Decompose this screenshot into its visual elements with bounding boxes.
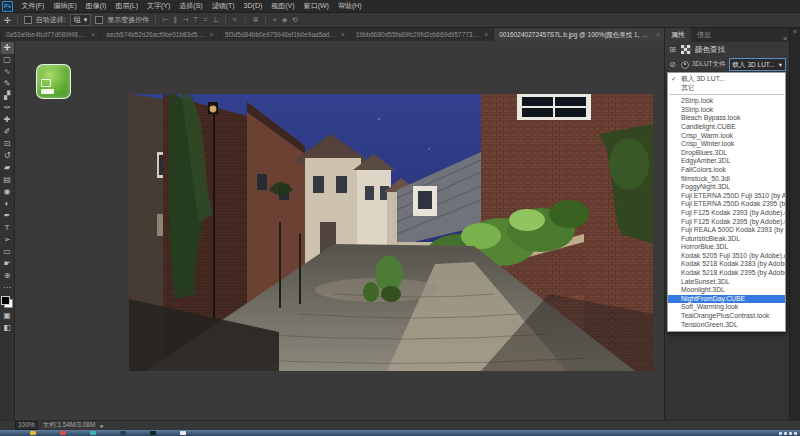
menu-filter[interactable]: 滤镜(T) xyxy=(207,0,239,12)
menu-layer[interactable]: 图层(L) xyxy=(111,0,143,12)
clip-to-layer-icon[interactable]: ⊞ xyxy=(669,45,676,54)
lut-item-selected[interactable]: NightFromDay.CUBE xyxy=(668,295,785,304)
lut-item[interactable]: EdgyAmber.3DL xyxy=(668,157,785,166)
menu-help[interactable]: 帮助(H) xyxy=(333,0,366,12)
canvas-area[interactable] xyxy=(15,41,665,421)
lut-item[interactable]: Bleach Bypass.look xyxy=(668,114,785,123)
taskbar-app-icon[interactable] xyxy=(30,431,36,435)
lut-item[interactable]: Fuji ETERNA 250D Kodak 2395 (by Adobe).c… xyxy=(668,200,785,209)
tool-eraser[interactable]: ▰ xyxy=(1,162,14,174)
taskbar-app-icon[interactable] xyxy=(180,431,186,435)
menu-view[interactable]: 视图(V) xyxy=(267,0,299,12)
menu-file[interactable]: 文件(F) xyxy=(17,0,49,12)
lut-item[interactable]: DropBlues.3DL xyxy=(668,149,785,158)
align-right-icon[interactable]: ⊣ xyxy=(182,16,188,24)
lut-item[interactable]: Moonlight.3DL xyxy=(668,286,785,295)
windows-taskbar[interactable] xyxy=(0,430,800,436)
taskbar-app-icon[interactable] xyxy=(120,431,126,435)
lut-type-radio[interactable] xyxy=(681,61,689,69)
align-top-icon[interactable]: ⊤ xyxy=(192,16,198,24)
tool-rectangular-marquee[interactable]: ▢ xyxy=(1,54,14,66)
distribute-right-icon[interactable]: ≣ xyxy=(253,16,259,24)
document-image-street-alley[interactable] xyxy=(129,94,653,371)
align-left-icon[interactable]: ⊢ xyxy=(162,16,168,24)
system-tray[interactable] xyxy=(779,432,797,435)
taskbar-app-icon[interactable] xyxy=(150,431,156,435)
tool-move[interactable]: ✢ xyxy=(1,42,14,54)
tool-spot-healing[interactable]: ✚ xyxy=(1,114,14,126)
menu-item-other[interactable]: 其它 xyxy=(668,84,785,93)
tool-gradient[interactable]: ▤ xyxy=(1,174,14,186)
distribute-left-icon[interactable]: ≡ xyxy=(232,16,238,24)
taskbar-app-icon[interactable] xyxy=(60,431,66,435)
auto-select-dropdown[interactable]: 组 ▾ xyxy=(70,14,92,26)
lut-item[interactable]: Fuji ETERNA 250D Fuji 3510 (by Adobe).cu… xyxy=(668,192,785,201)
lut-item[interactable]: HorrorBlue.3DL xyxy=(668,243,785,252)
document-tab-2[interactable]: aecb574b52d26acf9be01b83d5ebb6f.jpg × xyxy=(101,28,219,41)
document-tab-3[interactable]: 5f3d5d84bb0e975946ef1b0e9aa5ad15acc.jpg … xyxy=(220,28,350,41)
menu-window[interactable]: 窗口(W) xyxy=(299,0,333,12)
menu-select[interactable]: 选择(S) xyxy=(175,0,207,12)
tool-rectangle[interactable]: ▭ xyxy=(1,246,14,258)
tab-info[interactable]: 信息 xyxy=(691,28,717,42)
lut-item[interactable]: Candlelight.CUBE xyxy=(668,123,785,132)
lut-item[interactable]: 2Strip.look xyxy=(668,97,785,106)
edit-toolbar-icon[interactable]: ⋯ xyxy=(1,282,14,294)
tool-blur[interactable]: ◉ xyxy=(1,186,14,198)
visibility-toggle-icon[interactable]: ⊘ xyxy=(669,60,676,69)
lut-item[interactable]: Kodak 5205 Fuji 3510 (by Adobe).cube xyxy=(668,252,785,261)
tool-quick-selection[interactable]: ✎ xyxy=(1,78,14,90)
close-icon[interactable]: × xyxy=(484,28,488,41)
close-icon[interactable]: × xyxy=(210,28,214,41)
3d-pan-icon[interactable]: ⟲ xyxy=(292,16,298,24)
lut-item[interactable]: Crisp_Winter.look xyxy=(668,140,785,149)
menu-image[interactable]: 图像(I) xyxy=(81,0,111,12)
foreground-color-swatch[interactable] xyxy=(1,296,10,305)
tool-type[interactable]: T xyxy=(1,222,14,234)
menu-item-load-3dlut[interactable]: ✓ 载入 3D LUT... xyxy=(668,75,785,84)
3d-orbit-icon[interactable]: ⌖ xyxy=(272,16,278,24)
tool-history-brush[interactable]: ↺ xyxy=(1,150,14,162)
distribute-center-icon[interactable]: ⋮ xyxy=(242,16,249,24)
lut-item[interactable]: Fuji REALA 500D Kodak 2393 (by Adobe).cu… xyxy=(668,226,785,235)
tool-clone-stamp[interactable]: ⊡ xyxy=(1,138,14,150)
lut-item[interactable]: Kodak 5218 Kodak 2395 (by Adobe).cube xyxy=(668,269,785,278)
screen-mode-icon[interactable]: ◧ xyxy=(1,322,14,334)
collapse-panels-icon[interactable]: « xyxy=(793,28,797,35)
tab-properties[interactable]: 属性 xyxy=(665,28,691,42)
close-icon[interactable]: × xyxy=(341,28,345,41)
lut-item[interactable]: FuturisticBleak.3DL xyxy=(668,235,785,244)
lut-item[interactable]: Soft_Warming.look xyxy=(668,303,785,312)
lut-item[interactable]: TensionGreen.3DL xyxy=(668,321,785,330)
taskbar-app-icon[interactable] xyxy=(90,431,96,435)
lut-item[interactable]: filmstock_50.3dl xyxy=(668,175,785,184)
color-swatches[interactable] xyxy=(1,296,13,308)
lut-item[interactable]: LateSunset.3DL xyxy=(668,278,785,287)
tool-path-selection[interactable]: ➢ xyxy=(1,234,14,246)
tool-crop[interactable]: ▞ xyxy=(1,90,14,102)
lut-item[interactable]: Fuji F125 Kodak 2393 (by Adobe).cube xyxy=(668,209,785,218)
quick-mask-icon[interactable]: ▣ xyxy=(1,310,14,322)
lut-item[interactable]: FallColors.look xyxy=(668,166,785,175)
align-center-h-icon[interactable]: ∥ xyxy=(172,16,178,24)
align-center-v-icon[interactable]: = xyxy=(203,16,209,24)
close-icon[interactable]: × xyxy=(91,28,95,41)
tool-pen[interactable]: ✒ xyxy=(1,210,14,222)
close-icon[interactable]: × xyxy=(656,28,660,41)
tool-lasso[interactable]: ∿ xyxy=(1,66,14,78)
lut-item[interactable]: Crisp_Warm.look xyxy=(668,132,785,141)
menu-3d[interactable]: 3D(D) xyxy=(239,0,267,12)
status-expander-icon[interactable]: ▸ xyxy=(100,422,103,430)
auto-select-checkbox[interactable] xyxy=(24,16,32,24)
tool-brush[interactable]: ✐ xyxy=(1,126,14,138)
3d-roll-icon[interactable]: ◈ xyxy=(282,16,288,24)
lut-item[interactable]: TealOrangePlusContrast.look xyxy=(668,312,785,321)
tool-dodge[interactable]: ◐ xyxy=(1,198,14,210)
menu-edit[interactable]: 编辑(E) xyxy=(49,0,81,12)
lut-item[interactable]: Kodak 5218 Kodak 2383 (by Adobe).cube xyxy=(668,260,785,269)
lut-dropdown[interactable]: 载入 3D LUT... ▾ xyxy=(729,58,786,71)
lut-item[interactable]: 3Strip.look xyxy=(668,106,785,115)
document-tab-1[interactable]: 0a53a9be4fcd77d089f4821c6.jpg × xyxy=(1,28,100,41)
show-transform-checkbox[interactable] xyxy=(95,16,103,24)
tool-zoom[interactable]: ⊕ xyxy=(1,270,14,282)
